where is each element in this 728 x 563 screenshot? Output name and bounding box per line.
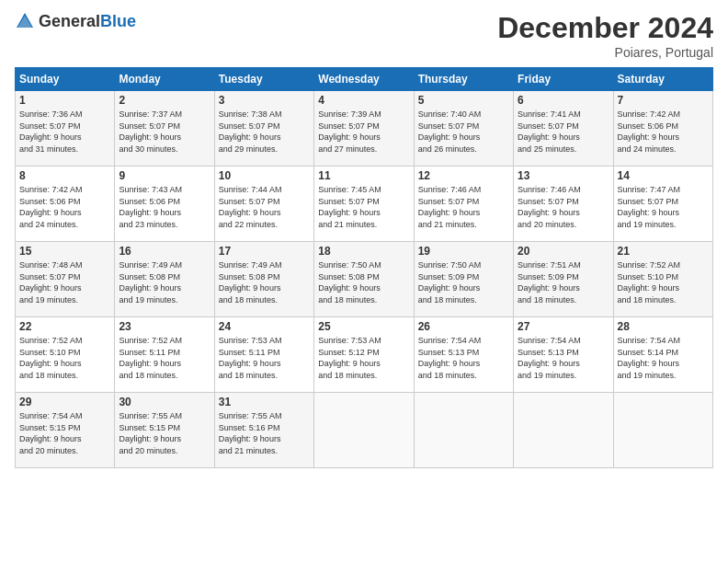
day-detail: Sunrise: 7:52 AM Sunset: 5:10 PM Dayligh… [19, 335, 110, 381]
day-number: 13 [518, 169, 609, 182]
day-number: 17 [219, 245, 310, 258]
calendar-cell [314, 393, 414, 468]
day-number: 5 [418, 94, 509, 107]
day-number: 31 [219, 396, 310, 408]
logo-icon [15, 11, 35, 31]
day-detail: Sunrise: 7:54 AM Sunset: 5:15 PM Dayligh… [19, 410, 110, 456]
day-number: 11 [318, 169, 409, 182]
day-number: 14 [618, 169, 709, 182]
calendar-cell: 13Sunrise: 7:46 AM Sunset: 5:07 PM Dayli… [514, 167, 613, 242]
day-number: 21 [618, 245, 709, 258]
day-detail: Sunrise: 7:43 AM Sunset: 5:06 PM Dayligh… [119, 184, 210, 230]
calendar-cell [514, 393, 613, 468]
calendar-cell: 20Sunrise: 7:51 AM Sunset: 5:09 PM Dayli… [514, 242, 613, 317]
day-detail: Sunrise: 7:46 AM Sunset: 5:07 PM Dayligh… [518, 184, 609, 230]
day-detail: Sunrise: 7:44 AM Sunset: 5:07 PM Dayligh… [219, 184, 310, 230]
calendar-cell [613, 393, 712, 468]
day-number: 3 [219, 94, 310, 107]
day-number: 29 [19, 396, 110, 408]
weekday-header-thursday: Thursday [414, 68, 513, 91]
calendar-cell: 30Sunrise: 7:55 AM Sunset: 5:15 PM Dayli… [115, 393, 214, 468]
weekday-header-tuesday: Tuesday [214, 68, 313, 91]
day-number: 10 [219, 169, 310, 182]
day-number: 23 [119, 320, 210, 333]
day-number: 15 [19, 245, 110, 258]
calendar-cell: 18Sunrise: 7:50 AM Sunset: 5:08 PM Dayli… [314, 242, 414, 317]
day-detail: Sunrise: 7:40 AM Sunset: 5:07 PM Dayligh… [418, 109, 509, 155]
day-detail: Sunrise: 7:50 AM Sunset: 5:09 PM Dayligh… [418, 259, 509, 305]
weekday-header-monday: Monday [115, 68, 214, 91]
day-number: 18 [318, 245, 409, 258]
calendar-cell: 14Sunrise: 7:47 AM Sunset: 5:07 PM Dayli… [613, 167, 712, 242]
month-title: December 2024 [497, 11, 713, 45]
calendar-cell: 23Sunrise: 7:52 AM Sunset: 5:11 PM Dayli… [115, 317, 214, 393]
day-detail: Sunrise: 7:37 AM Sunset: 5:07 PM Dayligh… [119, 109, 210, 155]
svg-marker-1 [17, 16, 32, 28]
calendar-cell: 17Sunrise: 7:49 AM Sunset: 5:08 PM Dayli… [214, 242, 313, 317]
calendar-cell: 8Sunrise: 7:42 AM Sunset: 5:06 PM Daylig… [16, 167, 115, 242]
day-number: 4 [318, 94, 409, 107]
calendar-cell [414, 393, 513, 468]
calendar-week-row: 22Sunrise: 7:52 AM Sunset: 5:10 PM Dayli… [16, 317, 713, 393]
calendar-cell: 7Sunrise: 7:42 AM Sunset: 5:06 PM Daylig… [613, 91, 712, 167]
day-number: 2 [119, 94, 210, 107]
page: GeneralBlue December 2024 Poiares, Portu… [0, 0, 728, 563]
calendar-cell: 1Sunrise: 7:36 AM Sunset: 5:07 PM Daylig… [16, 91, 115, 167]
calendar-cell: 16Sunrise: 7:49 AM Sunset: 5:08 PM Dayli… [115, 242, 214, 317]
day-detail: Sunrise: 7:41 AM Sunset: 5:07 PM Dayligh… [518, 109, 609, 155]
day-number: 20 [518, 245, 609, 258]
day-detail: Sunrise: 7:50 AM Sunset: 5:08 PM Dayligh… [318, 259, 409, 305]
calendar-cell: 12Sunrise: 7:46 AM Sunset: 5:07 PM Dayli… [414, 167, 513, 242]
calendar-cell: 3Sunrise: 7:38 AM Sunset: 5:07 PM Daylig… [214, 91, 313, 167]
day-number: 22 [19, 320, 110, 333]
logo-text-general: GeneralBlue [39, 12, 136, 31]
calendar-week-row: 8Sunrise: 7:42 AM Sunset: 5:06 PM Daylig… [16, 167, 713, 242]
calendar-cell: 6Sunrise: 7:41 AM Sunset: 5:07 PM Daylig… [514, 91, 613, 167]
header: GeneralBlue December 2024 Poiares, Portu… [15, 11, 713, 60]
day-detail: Sunrise: 7:47 AM Sunset: 5:07 PM Dayligh… [618, 184, 709, 230]
day-number: 26 [418, 320, 509, 333]
day-detail: Sunrise: 7:36 AM Sunset: 5:07 PM Dayligh… [19, 109, 110, 155]
title-area: December 2024 Poiares, Portugal [497, 11, 713, 60]
calendar-cell: 5Sunrise: 7:40 AM Sunset: 5:07 PM Daylig… [414, 91, 513, 167]
day-detail: Sunrise: 7:55 AM Sunset: 5:16 PM Dayligh… [219, 410, 310, 456]
subtitle: Poiares, Portugal [497, 45, 713, 60]
day-number: 24 [219, 320, 310, 333]
calendar-week-row: 1Sunrise: 7:36 AM Sunset: 5:07 PM Daylig… [16, 91, 713, 167]
calendar-cell: 31Sunrise: 7:55 AM Sunset: 5:16 PM Dayli… [214, 393, 313, 468]
calendar-cell: 21Sunrise: 7:52 AM Sunset: 5:10 PM Dayli… [613, 242, 712, 317]
day-detail: Sunrise: 7:53 AM Sunset: 5:12 PM Dayligh… [318, 335, 409, 381]
day-number: 30 [119, 396, 210, 408]
calendar-cell: 26Sunrise: 7:54 AM Sunset: 5:13 PM Dayli… [414, 317, 513, 393]
calendar-cell: 10Sunrise: 7:44 AM Sunset: 5:07 PM Dayli… [214, 167, 313, 242]
day-detail: Sunrise: 7:54 AM Sunset: 5:13 PM Dayligh… [518, 335, 609, 381]
day-number: 19 [418, 245, 509, 258]
day-number: 9 [119, 169, 210, 182]
day-detail: Sunrise: 7:45 AM Sunset: 5:07 PM Dayligh… [318, 184, 409, 230]
calendar-cell: 28Sunrise: 7:54 AM Sunset: 5:14 PM Dayli… [613, 317, 712, 393]
calendar-cell: 25Sunrise: 7:53 AM Sunset: 5:12 PM Dayli… [314, 317, 414, 393]
calendar-week-row: 15Sunrise: 7:48 AM Sunset: 5:07 PM Dayli… [16, 242, 713, 317]
weekday-header-friday: Friday [514, 68, 613, 91]
day-number: 6 [518, 94, 609, 107]
logo: GeneralBlue [15, 11, 136, 31]
day-detail: Sunrise: 7:52 AM Sunset: 5:11 PM Dayligh… [119, 335, 210, 381]
calendar-cell: 2Sunrise: 7:37 AM Sunset: 5:07 PM Daylig… [115, 91, 214, 167]
weekday-header-saturday: Saturday [613, 68, 712, 91]
weekday-header-row: SundayMondayTuesdayWednesdayThursdayFrid… [16, 68, 713, 91]
day-number: 28 [618, 320, 709, 333]
day-number: 8 [19, 169, 110, 182]
calendar-cell: 29Sunrise: 7:54 AM Sunset: 5:15 PM Dayli… [16, 393, 115, 468]
calendar-cell: 11Sunrise: 7:45 AM Sunset: 5:07 PM Dayli… [314, 167, 414, 242]
calendar-table: SundayMondayTuesdayWednesdayThursdayFrid… [15, 67, 713, 468]
day-detail: Sunrise: 7:39 AM Sunset: 5:07 PM Dayligh… [318, 109, 409, 155]
day-detail: Sunrise: 7:52 AM Sunset: 5:10 PM Dayligh… [618, 259, 709, 305]
day-detail: Sunrise: 7:38 AM Sunset: 5:07 PM Dayligh… [219, 109, 310, 155]
day-number: 16 [119, 245, 210, 258]
calendar-cell: 22Sunrise: 7:52 AM Sunset: 5:10 PM Dayli… [16, 317, 115, 393]
day-number: 25 [318, 320, 409, 333]
day-detail: Sunrise: 7:54 AM Sunset: 5:13 PM Dayligh… [418, 335, 509, 381]
weekday-header-wednesday: Wednesday [314, 68, 414, 91]
day-detail: Sunrise: 7:49 AM Sunset: 5:08 PM Dayligh… [219, 259, 310, 305]
day-detail: Sunrise: 7:46 AM Sunset: 5:07 PM Dayligh… [418, 184, 509, 230]
